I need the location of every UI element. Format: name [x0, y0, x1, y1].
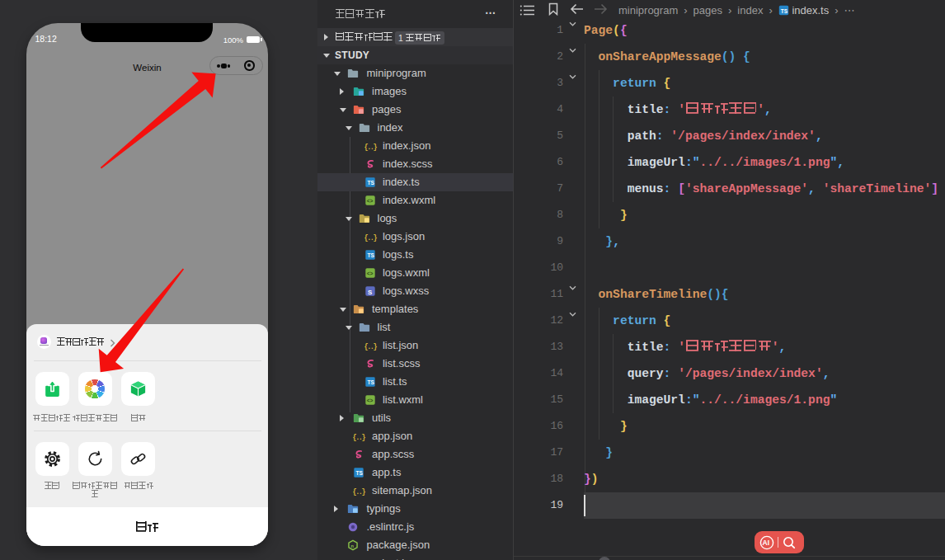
svg-text:<>: <> [367, 271, 374, 277]
svg-text:{..}: {..} [364, 343, 378, 351]
svg-text:{..}: {..} [353, 488, 366, 496]
svg-text:<>: <> [367, 199, 374, 205]
svg-text:S: S [368, 289, 372, 296]
svg-text:TS: TS [781, 8, 788, 14]
svg-text:{..}: {..} [364, 234, 378, 242]
svg-text:n: n [350, 544, 354, 548]
svg-text:<>: <> [367, 398, 374, 404]
svg-text:AI: AI [763, 539, 770, 547]
svg-text:{..}: {..} [364, 144, 378, 152]
svg-text:TS: TS [368, 252, 375, 258]
svg-text:{..}: {..} [353, 434, 366, 442]
svg-text:TS: TS [368, 180, 375, 186]
svg-text:TS: TS [368, 379, 375, 385]
svg-text:TS: TS [356, 470, 364, 476]
